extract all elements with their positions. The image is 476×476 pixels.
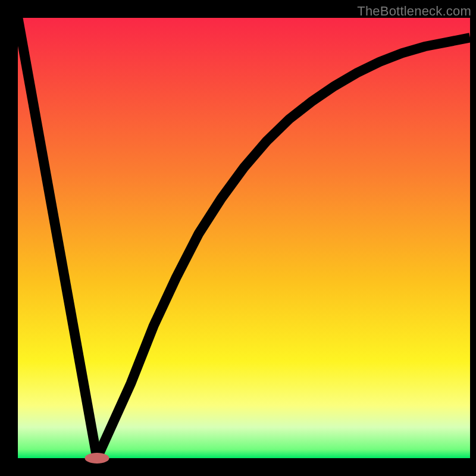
right-arm-path — [97, 37, 470, 458]
plot-area — [18, 18, 470, 458]
watermark-text: TheBottleneck.com — [357, 4, 471, 19]
left-arm-path — [18, 18, 97, 458]
chart-frame: TheBottleneck.com — [0, 0, 476, 476]
curves-svg — [18, 18, 470, 458]
minimum-marker — [84, 453, 109, 464]
